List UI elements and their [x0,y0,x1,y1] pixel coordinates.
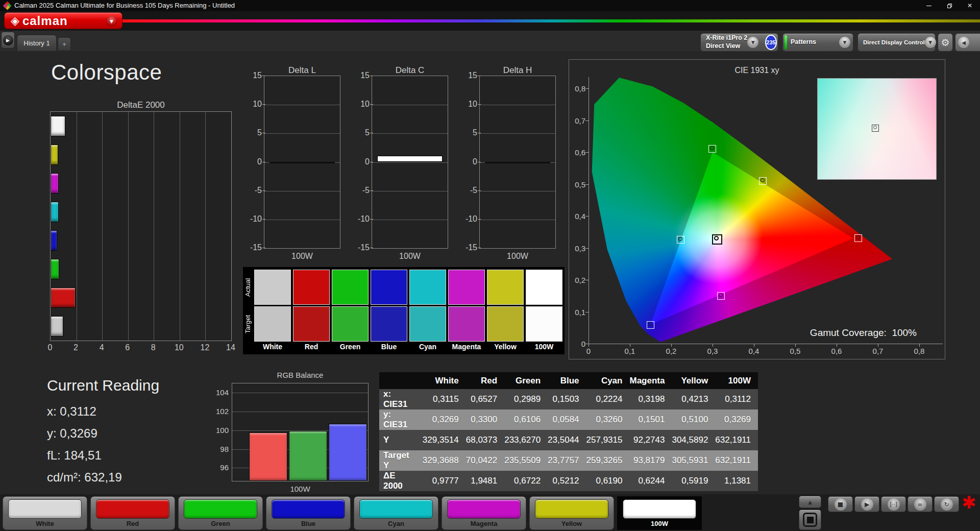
display-control-label: Direct Display Control [863,39,925,46]
stop-button[interactable]: ■ [828,496,853,512]
delta-y-tick-label: -15 [465,243,477,252]
pattern-button-white[interactable]: White [3,496,87,530]
rgb-gridline [232,412,368,412]
delta-y-tick-mark [262,248,265,248]
delta-y-tick-mark [370,219,373,220]
table-cell: 0,5919 [672,471,715,491]
cie-x-tick-mark [671,344,672,347]
settings-button[interactable]: ⚙ [938,33,953,52]
pattern-button-magenta[interactable]: Magenta [442,496,526,530]
history-panel-expander[interactable]: ▶ [1,32,15,49]
cie-x-tick-label: 0,6 [831,347,842,355]
collapse-transport-button[interactable]: ▲ [799,496,821,508]
delta-y-tick-label: -10 [250,214,262,224]
table-column-header-cyan: Cyan [586,372,630,389]
continuous-read-button[interactable]: ∞ [908,496,933,512]
deltae-bar-cyan [51,202,59,222]
table-row-label: y: CIE31 [379,409,423,430]
pattern-button-red[interactable]: Red [90,496,175,530]
delta-y-tick-label: -5 [357,186,370,195]
delta-gridline [264,220,340,220]
actual-swatch [293,270,330,305]
pattern-range-button[interactable]: [··] [881,496,906,512]
delta-y-tick-label: -15 [357,243,370,252]
collapse-toolbar-button[interactable]: ◀ [955,33,980,52]
close-button[interactable]: ✕ [960,0,980,11]
rgb-balance-chart: RGB Balance 100W 1041021009896 [214,371,378,498]
cie-y-tick-mark [585,248,589,249]
delta-gridline [480,133,555,134]
add-tab-icon: + [62,40,66,48]
pattern-button-100w[interactable]: 100W [617,496,702,530]
swatch-column-red: Red [293,267,330,354]
pattern-window-toggle-button[interactable] [799,510,821,530]
tab-history-label: History 1 [23,39,50,47]
table-row: Target Y329,368870,0422235,550923,775725… [379,450,758,471]
pattern-button-label: Green [179,520,262,527]
delta-y-tick-mark [478,248,481,248]
add-tab-button[interactable]: + [58,37,71,51]
display-control-dropdown[interactable]: Direct Display Control ▼ [857,33,936,52]
tab-history-1[interactable]: History 1 [17,35,57,51]
current-reading-y: y: 0,3269 [47,426,97,441]
delta-y-tick-mark [262,133,265,133]
table-corner-cell [379,372,423,389]
deltae-bar-green [51,259,59,279]
table-cell: 0,3300 [466,409,504,430]
cie-y-tick-label: 0,8 [570,84,585,93]
pattern-button-cyan[interactable]: Cyan [354,496,438,530]
meter-dropdown[interactable]: X-Rite i1Pro 2 Direct View ▼ 235 [700,33,778,52]
table-cell: 0,0584 [548,409,586,430]
cie-1931-panel: CIE 1931 xy Gamut Coverage: 100% 0,80,70… [569,59,945,359]
actual-swatch [254,270,291,305]
swatch-column-label: Magenta [444,343,489,351]
repeat-button[interactable]: ↻ [934,496,959,512]
deltae-bar-yellow [51,144,58,165]
delta-chart-h: Delta H151050-5-10-15100W [465,65,557,264]
table-cell: 0,6527 [466,389,504,409]
gear-icon: ⚙ [941,37,949,48]
rgb-y-tick-label: 100 [214,425,229,434]
calman-menu-button[interactable]: ◈ calman ▼ [4,12,122,29]
pattern-button-label: Cyan [354,520,438,527]
delta-y-tick-label: -5 [465,186,477,195]
rgb-bar-blue [329,424,367,481]
cie-x-tick-label: 0,1 [625,347,635,355]
play-button[interactable]: ▶ [854,496,879,512]
cie-x-tick-label: 0,8 [914,347,925,355]
delta-chart-title: Delta H [479,65,556,76]
patterns-dropdown[interactable]: Patterns ▼ [782,33,853,52]
delta-y-tick-label: 0 [465,157,477,166]
deltae-x-tick-label: 8 [151,343,156,352]
tab-bar: ▶ History 1 + X-Rite i1Pro 2 Direct View… [0,31,980,51]
delta-y-tick-label: -5 [250,186,262,195]
actual-swatch [448,270,485,305]
delta-y-tick-label: 5 [250,128,262,137]
minimize-button[interactable] [919,0,939,11]
deltae-gridline [128,112,129,341]
calman-logo-text: calman [22,14,68,28]
cie-marker-white [712,234,722,245]
alert-asterisk-icon[interactable]: ✱ [962,492,976,513]
swatch-column-yellow: Yellow [487,267,524,354]
delta-x-label: 100W [479,252,556,261]
maximize-restore-button[interactable] [939,0,960,11]
meter-label: X-Rite i1Pro 2 Direct View [706,34,747,50]
current-reading-x: x: 0,3112 [47,404,96,419]
gamut-coverage-value: 100% [892,327,917,338]
pattern-button-blue[interactable]: Blue [266,496,351,530]
delta-x-label: 100W [372,252,448,261]
cie-x-tick-mark [630,344,630,347]
table-cell: 259,3265 [586,450,630,471]
table-cell: 0,3269 [423,409,466,430]
display-control-chevron-icon: ▼ [925,37,936,48]
swatch-column-white: White [254,267,291,354]
delta-y-tick-label: 10 [250,100,262,109]
meter-name: X-Rite i1Pro 2 [706,34,747,41]
delta-gridline [372,105,448,105]
pattern-button-green[interactable]: Green [178,496,263,530]
pattern-button-yellow[interactable]: Yellow [529,496,614,530]
cie-x-axis [589,344,943,344]
marker-circle [678,237,682,241]
delta-y-tick-mark [478,133,481,133]
